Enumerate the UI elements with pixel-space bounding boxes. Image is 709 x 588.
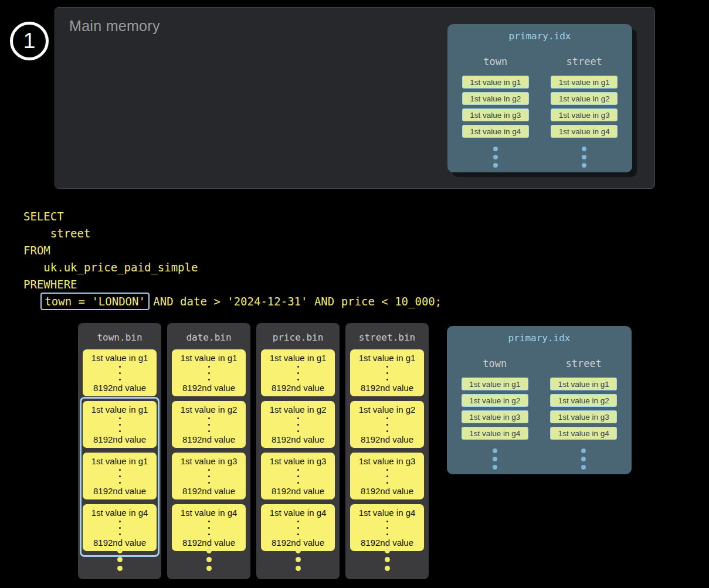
ellipsis-dots-icon <box>297 521 299 535</box>
main-memory-panel: Main memory primary.idx town 1st value i… <box>55 7 655 189</box>
primary-idx-column-street: street 1st value in g1 1st value in g2 1… <box>542 358 625 470</box>
granule-box: 1st value in g1 8192nd value <box>172 349 246 396</box>
selected-granules-outline <box>80 397 160 557</box>
primary-idx-card-memory: primary.idx town 1st value in g1 1st val… <box>447 24 632 172</box>
ellipsis-dots-icon <box>297 469 299 484</box>
granule-box: 1st value in g1 8192nd value <box>83 349 157 396</box>
diagram-canvas: 1 Main memory primary.idx town 1st value… <box>0 0 709 588</box>
primary-idx-column-town: town 1st value in g1 1st value in g2 1st… <box>454 358 536 470</box>
index-mark: 1st value in g1 <box>462 378 528 390</box>
granule-last-value: 8192nd value <box>272 383 324 393</box>
column-header-town: town <box>483 56 507 67</box>
index-mark: 1st value in g1 <box>550 378 617 390</box>
sql-query: SELECT street FROM uk.uk_price_paid_simp… <box>23 208 442 310</box>
ellipsis-dots-icon <box>78 548 161 571</box>
ellipsis-dots-icon <box>208 469 210 484</box>
ellipsis-dots-icon <box>493 147 498 168</box>
granule-first-value: 1st value in g4 <box>359 508 416 518</box>
bin-file-name: date.bin <box>167 323 250 343</box>
granule-first-value: 1st value in g3 <box>359 456 416 466</box>
sql-condition-rest: AND date > '2024-12-31' AND price < 10_0… <box>147 295 442 308</box>
granule-box: 1st value in g1 8192nd value <box>261 349 335 396</box>
primary-idx-title: primary.idx <box>447 326 632 344</box>
index-mark: 1st value in g4 <box>462 427 528 440</box>
index-mark: 1st value in g4 <box>462 125 529 138</box>
index-mark: 1st value in g4 <box>550 427 617 440</box>
column-file-town-bin: town.bin 1st value in g1 8192nd value 1s… <box>78 323 161 579</box>
sql-select-keyword: SELECT <box>23 208 442 225</box>
granule-first-value: 1st value in g2 <box>359 405 416 414</box>
granule-first-value: 1st value in g1 <box>359 353 416 363</box>
ellipsis-dots-icon <box>386 469 388 484</box>
ellipsis-dots-icon <box>386 521 388 535</box>
ellipsis-dots-icon <box>167 548 250 571</box>
index-mark: 1st value in g1 <box>462 76 529 89</box>
granule-first-value: 1st value in g3 <box>270 456 327 466</box>
granule-first-value: 1st value in g1 <box>181 353 238 363</box>
bin-file-name: town.bin <box>78 323 161 343</box>
index-mark: 1st value in g2 <box>462 394 528 407</box>
granule-box: 1st value in g4 8192nd value <box>261 504 335 551</box>
index-mark: 1st value in g3 <box>462 410 528 423</box>
index-mark: 1st value in g2 <box>462 92 529 105</box>
index-mark: 1st value in g2 <box>551 92 618 105</box>
granule-last-value: 8192nd value <box>182 486 235 496</box>
primary-idx-card-disk: primary.idx town 1st value in g1 1st val… <box>447 326 632 474</box>
ellipsis-dots-icon <box>208 417 210 432</box>
bin-file-name: street.bin <box>345 323 429 343</box>
sql-prewhere-keyword: PREWHERE <box>23 276 442 293</box>
ellipsis-dots-icon <box>256 548 340 571</box>
sql-prewhere-condition: town = 'LONDON' AND date > '2024-12-31' … <box>23 293 442 310</box>
index-mark: 1st value in g4 <box>551 125 618 138</box>
granule-last-value: 8192nd value <box>361 538 413 548</box>
column-file-price-bin: price.bin 1st value in g1 8192nd value 1… <box>256 323 340 579</box>
granule-last-value: 8192nd value <box>361 486 413 496</box>
granule-box: 1st value in g3 8192nd value <box>350 453 424 499</box>
granule-box: 1st value in g3 8192nd value <box>261 453 335 499</box>
granule-last-value: 8192nd value <box>272 538 324 548</box>
primary-idx-column-town: town 1st value in g1 1st value in g2 1st… <box>454 56 537 168</box>
granule-box: 1st value in g2 8192nd value <box>172 401 246 448</box>
sql-select-column: street <box>23 225 442 242</box>
granule-box: 1st value in g2 8192nd value <box>261 401 335 448</box>
primary-idx-columns: town 1st value in g1 1st value in g2 1st… <box>447 56 632 168</box>
ellipsis-dots-icon <box>208 366 210 380</box>
granule-last-value: 8192nd value <box>272 434 324 444</box>
ellipsis-dots-icon <box>582 147 586 168</box>
primary-idx-column-street: street 1st value in g1 1st value in g2 1… <box>543 56 625 168</box>
ellipsis-dots-icon <box>345 548 429 571</box>
granule-first-value: 1st value in g1 <box>91 353 148 363</box>
column-header-street: street <box>566 56 602 67</box>
prewhere-town-highlight: town = 'LONDON' <box>40 293 150 310</box>
granule-first-value: 1st value in g2 <box>181 405 238 414</box>
column-header-street: street <box>566 358 602 369</box>
index-mark: 1st value in g3 <box>462 108 529 121</box>
granule-last-value: 8192nd value <box>182 538 235 548</box>
sql-from-keyword: FROM <box>23 242 442 259</box>
granule-last-value: 8192nd value <box>93 383 146 393</box>
granule-box: 1st value in g3 8192nd value <box>172 453 246 499</box>
step-number-badge: 1 <box>10 22 49 60</box>
index-mark: 1st value in g3 <box>551 108 618 121</box>
granule-box: 1st value in g1 8192nd value <box>350 349 424 396</box>
granule-last-value: 8192nd value <box>361 383 413 393</box>
bin-file-name: price.bin <box>256 323 340 343</box>
granule-last-value: 8192nd value <box>361 434 413 444</box>
granule-box: 1st value in g2 8192nd value <box>350 401 424 448</box>
ellipsis-dots-icon <box>208 521 210 535</box>
granule-last-value: 8192nd value <box>182 434 235 444</box>
primary-idx-columns: town 1st value in g1 1st value in g2 1st… <box>447 358 632 470</box>
ellipsis-dots-icon <box>386 417 388 432</box>
granule-last-value: 8192nd value <box>182 383 235 393</box>
ellipsis-dots-icon <box>119 366 121 380</box>
column-file-street-bin: street.bin 1st value in g1 8192nd value … <box>345 323 429 579</box>
column-file-date-bin: date.bin 1st value in g1 8192nd value 1s… <box>167 323 250 579</box>
ellipsis-dots-icon <box>297 417 299 432</box>
column-header-town: town <box>483 358 507 369</box>
ellipsis-dots-icon <box>493 448 497 470</box>
ellipsis-dots-icon <box>581 448 586 470</box>
index-mark: 1st value in g1 <box>551 76 618 89</box>
granule-first-value: 1st value in g1 <box>270 353 327 363</box>
granule-box: 1st value in g4 8192nd value <box>350 504 424 551</box>
granule-first-value: 1st value in g2 <box>270 405 327 414</box>
